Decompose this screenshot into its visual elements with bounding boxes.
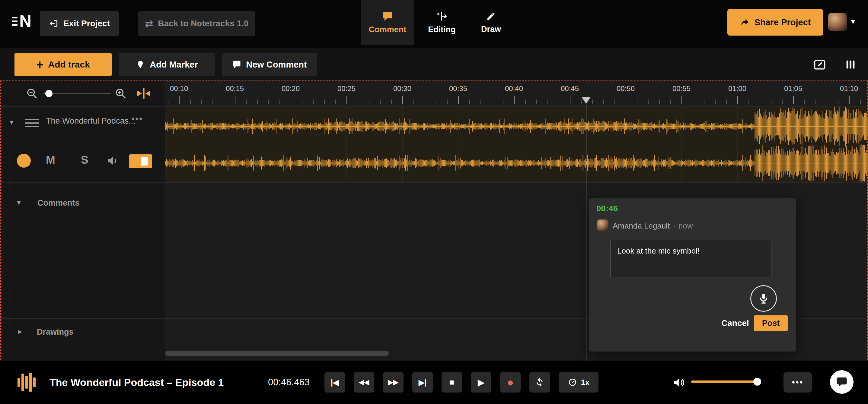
skip-to-start-button[interactable]: |◀ [324,372,345,393]
master-volume-icon[interactable] [673,376,685,389]
zoom-out-icon[interactable] [25,87,39,100]
cancel-button[interactable]: Cancel [721,318,749,328]
timeline-tick-label: 01:00 [723,85,751,93]
timeline-tick-minor [827,100,827,104]
add-track-label: Add track [48,59,90,70]
timeline-tick-minor [748,100,749,104]
speed-value: 1x [581,378,590,387]
timeline-tick-minor [603,100,604,104]
timeline-tick-minor [771,100,771,104]
mixer-columns-icon[interactable] [841,56,860,74]
pan-meter-control[interactable] [129,155,152,168]
user-avatar[interactable] [828,13,847,31]
timeline-tick-minor [548,100,548,104]
record-button[interactable]: ● [500,372,521,393]
comment-input[interactable]: Look at the mic symbol! [610,240,771,277]
record-voice-note-button[interactable] [750,285,777,312]
zoom-slider-track[interactable] [43,93,111,94]
track-menu-icon[interactable]: ••• [132,114,143,124]
timeline-tick-major [681,96,682,104]
play-icon: ▶ [478,377,485,388]
new-comment-label: New Comment [246,60,307,70]
comment-time-ago: now [679,221,693,231]
tab-draw-label: Draw [481,25,501,34]
timeline-tick-minor [492,100,492,104]
track-drag-handle-icon[interactable] [25,119,39,127]
timeline-tick-minor [760,100,760,104]
secondary-toolbar: + Add track Add Marker New Comment [0,48,868,80]
support-chat-launcher[interactable] [830,370,854,394]
timeline-tick-minor [257,100,258,104]
track-volume-icon[interactable] [106,155,119,167]
comment-popup: 00:46 Amanda Legault · now Look at the m… [589,198,796,351]
playhead-handle[interactable] [582,97,591,104]
draw-panel-toggle-icon[interactable] [811,56,829,74]
timeline-tick-minor [637,100,638,104]
rewind-button[interactable]: ◀◀ [354,372,374,393]
snap-to-playhead-icon[interactable] [136,86,152,101]
share-project-label: Share Project [754,18,811,27]
new-comment-button[interactable]: New Comment [222,53,317,76]
timeline-tick-major [291,96,291,104]
back-to-v1-button[interactable]: ⇄ Back to Notetracks 1.0 [138,11,255,36]
notetracks-logo[interactable]: N [12,13,31,30]
playback-speed-button[interactable]: 1x [559,372,598,393]
account-chevron-icon[interactable]: ▾ [851,17,855,26]
rewind-icon: ◀◀ [359,378,369,386]
playhead-line[interactable] [586,104,586,361]
pencil-icon [486,11,496,21]
add-track-button[interactable]: + Add track [14,53,112,76]
timeline-tick-label: 00:35 [444,85,472,93]
timeline-tick-minor [469,100,470,104]
record-icon: ● [507,376,514,389]
tab-draw[interactable]: Draw [470,0,513,45]
timeline-tick-major [626,96,626,104]
play-button[interactable]: ▶ [471,372,491,393]
timeline-tick-minor [592,100,593,104]
comment-author-name: Amanda Legault [613,221,670,231]
mute-button[interactable]: M [46,154,55,166]
timeline-tick-major [793,96,794,104]
comments-collapse-chevron-icon[interactable]: ▾ [17,198,21,207]
master-volume-slider-knob[interactable] [753,378,761,385]
timeline-ruler[interactable]: 00:1000:1500:2000:2500:3000:3500:4000:45… [165,80,868,107]
timeline-tick-major [179,96,180,104]
more-options-button[interactable]: ••• [783,372,812,393]
logo-letter: N [19,13,31,30]
notetracks-app: { "header": { "logo": "N", "exit_label":… [0,0,868,404]
timeline-tick-minor [391,100,392,104]
transport-bar: The Wonderful Podcast – Episode 1 00:46.… [0,361,868,404]
fast-forward-button[interactable]: ▶▶ [383,372,404,393]
tab-comment[interactable]: Comment [361,0,414,45]
drawings-section-label[interactable]: Drawings [37,328,74,337]
record-arm-button[interactable] [17,154,31,168]
track-lane[interactable] [165,107,868,182]
zoom-slider-knob[interactable] [45,90,53,97]
comment-bubble-icon [232,60,241,69]
playback-time: 00:46.463 [268,361,310,404]
track-title[interactable]: The Wonderful Podcas... [46,116,135,126]
stop-button[interactable]: ■ [441,372,462,393]
add-marker-button[interactable]: Add Marker [119,53,215,76]
skip-to-end-button[interactable]: ▶| [412,372,433,393]
skip-start-icon: |◀ [331,378,339,387]
post-button[interactable]: Post [754,315,788,331]
timeline-tick-major [514,96,515,104]
master-volume-slider-track[interactable] [691,380,760,383]
solo-button[interactable]: S [81,154,88,166]
zoom-in-icon[interactable] [114,87,127,100]
tab-editing[interactable]: Editing [420,0,464,45]
timeline-tick-minor [447,100,447,104]
timeline-tick-label: 00:30 [389,85,416,93]
timeline-tick-minor [268,100,269,104]
timeline-tick-minor [670,100,671,104]
horizontal-scrollbar-thumb[interactable] [165,351,389,356]
track-collapse-chevron-icon[interactable]: ▾ [10,117,13,127]
share-project-button[interactable]: Share Project [727,9,823,36]
drawings-expand-chevron-icon[interactable]: ▸ [18,327,22,336]
exit-project-button[interactable]: Exit Project [40,11,119,36]
timeline-tick-minor [615,100,615,104]
comments-section-label[interactable]: Comments [37,198,80,208]
loop-button[interactable] [529,372,550,393]
timeline-tick-major [737,96,738,104]
